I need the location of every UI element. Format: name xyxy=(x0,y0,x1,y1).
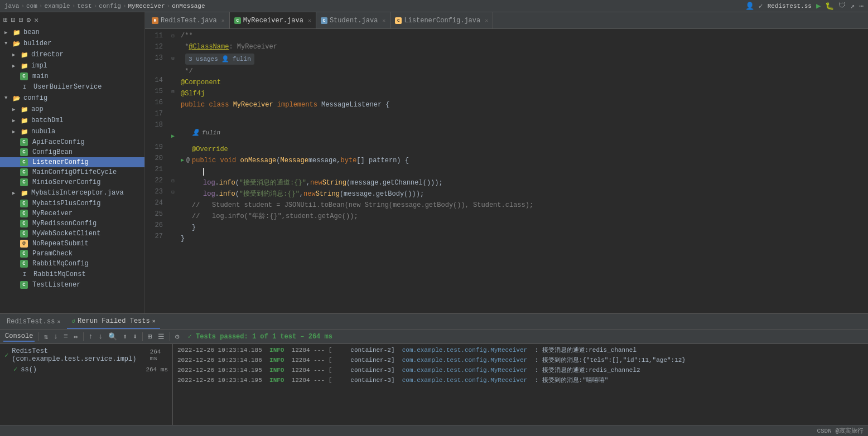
sort-asc-icon[interactable]: ⇅ xyxy=(42,332,50,342)
sidebar-item-rabbitmqconst[interactable]: ▶ I RabbitMqConst xyxy=(0,269,144,280)
coverage-button[interactable]: 🛡 xyxy=(838,2,846,10)
code-gutter: ⊟ ⊟ ⊟ ▶ ⊟ ⊟ xyxy=(167,29,179,313)
usage-hint[interactable]: 3 usages 👤 fulin xyxy=(185,54,254,65)
sidebar-item-label: ConfigBean xyxy=(32,148,73,156)
run-config-dropdown[interactable]: RedisTest.ss xyxy=(768,3,812,9)
test-result-item[interactable]: ✓ ss() 264 ms xyxy=(0,364,172,375)
sidebar-item-mybatisinterceptor[interactable]: ▶ 📁 MybatisInterceptor.java xyxy=(0,187,144,198)
breadcrumb-onmessage[interactable]: onMessage xyxy=(172,3,205,9)
sidebar-item-minioserverconfig[interactable]: ▶ C MinioServerConfig xyxy=(0,177,144,187)
sidebar-item-main[interactable]: ▶ C main xyxy=(0,71,144,81)
grid-icon[interactable]: ⊞ xyxy=(146,332,154,342)
sidebar-item-listenerconfig[interactable]: ▶ C ListenerConfig xyxy=(0,157,144,167)
settings-icon[interactable]: ⚙ xyxy=(173,332,181,342)
fold-icon[interactable]: ⊟ xyxy=(167,30,179,41)
tab-student[interactable]: C Student.java ✕ xyxy=(316,12,390,28)
breadcrumb-config[interactable]: config xyxy=(99,3,121,9)
user-icon[interactable]: 👤 xyxy=(745,2,754,11)
sidebar-item-mywebsocketclient[interactable]: ▶ C MyWebSocketClient xyxy=(0,229,144,239)
checkmark-icon[interactable]: ✓ xyxy=(759,2,763,11)
sidebar-item-config[interactable]: ▼ 📂 config xyxy=(0,93,144,104)
sidebar-item-myredissonconfig[interactable]: ▶ C MyRedissonConfig xyxy=(0,219,144,229)
sidebar-item-impl[interactable]: ▶ 📁 impl xyxy=(0,60,144,71)
arrow-icon: ▶ xyxy=(12,129,20,135)
tab-close-icon[interactable]: ✕ xyxy=(308,17,311,24)
breadcrumb-java[interactable]: java xyxy=(4,3,19,9)
sidebar-item-norepeatsubmit[interactable]: ▶ @ NoRepeatSubmit xyxy=(0,239,144,249)
sidebar-item-bean[interactable]: ▶ 📁 bean xyxy=(0,27,144,38)
close-sidebar-icon[interactable]: ✕ xyxy=(34,16,38,25)
fold-icon[interactable]: ⊟ xyxy=(167,52,179,64)
test-result-item[interactable]: ✓ RedisTest (com.example.test.service.im… xyxy=(0,346,172,364)
sidebar-item-aop[interactable]: ▶ 📁 aop xyxy=(0,104,144,115)
run-gutter-icon[interactable]: ▶ xyxy=(167,130,179,142)
sidebar-item-label: RabbitMqConfig xyxy=(32,260,89,268)
java-icon: C xyxy=(20,210,28,217)
folder-icon: 📁 xyxy=(20,50,29,59)
sidebar-item-apifaceconfig[interactable]: ▶ C ApiFaceConfig xyxy=(0,137,144,147)
code-line-18: 👤 fulin xyxy=(179,122,868,144)
scroll-down-icon[interactable]: ↓ xyxy=(97,332,105,341)
list-icon[interactable]: ☰ xyxy=(156,332,166,342)
tab-close-icon[interactable]: ✕ xyxy=(221,17,225,24)
export-icon[interactable]: ⬇ xyxy=(131,332,139,342)
code-content[interactable]: /** * @ClassName: MyReceiver 3 usages 👤 … xyxy=(179,29,868,313)
fold-icon[interactable]: ⊟ xyxy=(167,186,179,197)
sidebar-item-configbean[interactable]: ▶ C ConfigBean xyxy=(0,147,144,157)
fold-icon[interactable]: ⊟ xyxy=(167,175,179,186)
sidebar-item-mainconfigoflifecycle[interactable]: ▶ C MainConfigOfLifeCycle xyxy=(0,167,144,177)
bottom-tab-redistest[interactable]: RedisTest.ss ✕ xyxy=(2,314,65,329)
breadcrumb-myreceiver[interactable]: MyReceiver xyxy=(128,3,165,9)
wrap-icon[interactable]: ⇔ xyxy=(72,332,80,342)
line-numbers: 11 12 13 14 15 16 17 18 19 20 21 22 23 2… xyxy=(145,29,167,313)
tab-myreceiver[interactable]: C MyReceiver.java ✕ xyxy=(230,12,316,28)
breadcrumb-test[interactable]: test xyxy=(77,3,91,9)
filter-icon[interactable]: ≡ xyxy=(62,332,70,341)
tab-close-icon[interactable]: ✕ xyxy=(382,17,385,24)
arrow-icon: ▶ xyxy=(12,63,20,69)
import-icon[interactable]: ⬆ xyxy=(121,332,129,342)
sort-desc-icon[interactable]: ↓ xyxy=(52,332,60,341)
sidebar-item-testlistener[interactable]: ▶ C TestListener xyxy=(0,280,144,290)
sidebar-item-director[interactable]: ▶ 📁 director xyxy=(0,49,144,60)
debug-button[interactable]: 🐛 xyxy=(825,2,834,11)
sidebar-item-paramcheck[interactable]: ▶ C ParamCheck xyxy=(0,249,144,259)
sidebar-item-bulider[interactable]: ▼ 📂 bulider xyxy=(0,38,144,49)
tab-listenerconfig[interactable]: C ListenerConfig.java ✕ xyxy=(390,12,493,28)
separator xyxy=(170,332,170,341)
sidebar-item-nubula[interactable]: ▶ 📁 nubula xyxy=(0,126,144,137)
sidebar-item-rabbitmqconfig[interactable]: ▶ C RabbitMqConfig xyxy=(0,259,144,269)
java-icon: @ xyxy=(20,240,28,248)
console-tab[interactable]: Console xyxy=(3,332,35,342)
tab-close-icon[interactable]: ✕ xyxy=(152,318,156,324)
run-button[interactable]: ▶ xyxy=(816,1,821,11)
java-icon: C xyxy=(20,220,28,227)
tab-icon: C xyxy=(234,17,241,24)
run-line-icon[interactable]: ▶ xyxy=(181,155,184,166)
sidebar-item-batchdml[interactable]: ▶ 📁 batchDml xyxy=(0,115,144,126)
search-icon[interactable]: 🔍 xyxy=(107,332,119,342)
bottom-tab-rerun[interactable]: ↺ Rerun Failed Tests ✕ xyxy=(67,314,160,329)
breadcrumb-example[interactable]: example xyxy=(44,3,70,9)
arrow-icon: ▼ xyxy=(4,95,12,101)
tab-close-icon[interactable]: ✕ xyxy=(485,17,488,24)
git-icon[interactable]: ↗ xyxy=(850,2,855,11)
tab-redistest[interactable]: R RedisTest.java ✕ xyxy=(147,12,230,28)
settings-icon[interactable]: ⚙ xyxy=(26,16,31,25)
sidebar-item-mybatisplusconfig[interactable]: ▶ C MybatisPlusConfig xyxy=(0,198,144,209)
scroll-up-icon[interactable]: ↑ xyxy=(87,332,95,341)
sidebar-item-label: MybatisPlusConfig xyxy=(32,200,100,207)
tab-label: Rerun Failed Tests xyxy=(78,317,150,325)
breadcrumb-com[interactable]: com xyxy=(26,3,37,9)
status-right: CSDN @寂宾旅行 xyxy=(817,427,864,435)
author-icon-2: 👤 xyxy=(192,127,200,138)
scroll-to-center-icon[interactable]: ⊡ xyxy=(11,16,16,25)
collapse-all-icon[interactable]: ⊞ xyxy=(3,16,8,25)
sidebar-item-myreceiver[interactable]: ▶ C MyReceiver xyxy=(0,209,144,219)
fold-icon[interactable]: ⊟ xyxy=(167,86,179,97)
tab-close-icon[interactable]: ✕ xyxy=(57,318,60,325)
java-icon: C xyxy=(20,230,28,238)
sidebar-item-userbuilderservice[interactable]: ▶ I UserBuilerService xyxy=(0,81,144,93)
expand-icon[interactable]: ⊟ xyxy=(19,16,23,25)
more-actions[interactable]: ⋯ xyxy=(859,2,864,11)
